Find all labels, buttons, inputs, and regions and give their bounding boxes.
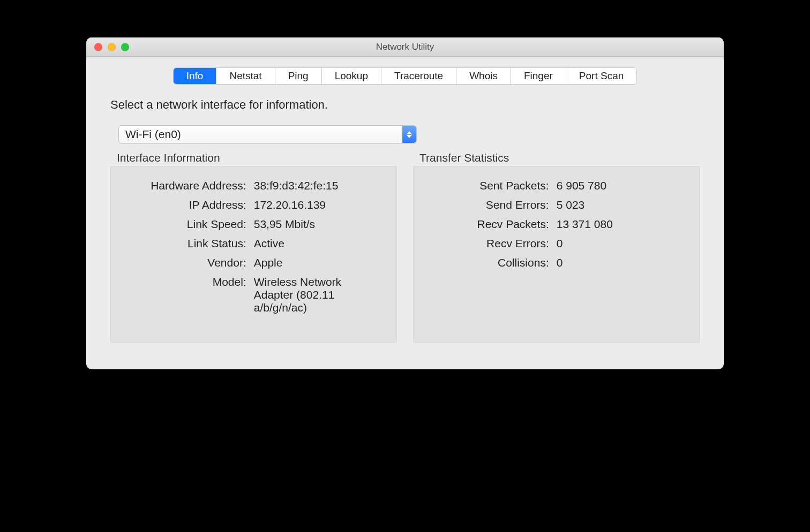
row-ip-address: IP Address: 172.20.16.139 (123, 195, 385, 215)
tab-ping[interactable]: Ping (275, 68, 322, 84)
value-send-errors: 5 023 (551, 195, 687, 215)
svg-marker-0 (407, 131, 412, 134)
minimize-icon[interactable] (108, 43, 116, 51)
row-recv-errors: Recv Errors: 0 (425, 234, 687, 253)
tabs-container: Info Netstat Ping Lookup Traceroute Whoi… (86, 57, 724, 98)
transfer-statistics-fieldset: Transfer Statistics Sent Packets: 6 905 … (413, 151, 700, 343)
tab-lookup[interactable]: Lookup (322, 68, 381, 84)
tab-whois[interactable]: Whois (456, 68, 511, 84)
interface-select[interactable]: Wi-Fi (en0) (118, 125, 417, 143)
tab-traceroute[interactable]: Traceroute (381, 68, 456, 84)
label-sent-packets: Sent Packets: (425, 176, 551, 195)
label-recv-errors: Recv Errors: (425, 234, 551, 253)
label-link-status: Link Status: (123, 234, 249, 253)
content: Select a network interface for informati… (86, 98, 724, 369)
row-link-status: Link Status: Active (123, 234, 385, 253)
prompt-text: Select a network interface for informati… (110, 98, 700, 112)
row-send-errors: Send Errors: 5 023 (425, 195, 687, 215)
zoom-icon[interactable] (121, 43, 129, 51)
interface-information-fieldset: Interface Information Hardware Address: … (110, 151, 397, 343)
value-recv-packets: 13 371 080 (551, 215, 687, 234)
row-link-speed: Link Speed: 53,95 Mbit/s (123, 215, 385, 234)
interface-select-value: Wi-Fi (en0) (119, 126, 402, 143)
row-vendor: Vendor: Apple (123, 253, 385, 272)
label-model: Model: (123, 272, 249, 317)
value-model: Wireless Network Adapter (802.11 a/b/g/n… (249, 272, 385, 317)
row-sent-packets: Sent Packets: 6 905 780 (425, 176, 687, 195)
svg-marker-1 (407, 135, 412, 138)
value-collisions: 0 (551, 253, 687, 272)
app-window: Network Utility Info Netstat Ping Lookup… (86, 37, 724, 369)
tab-netstat[interactable]: Netstat (216, 68, 275, 84)
tab-finger[interactable]: Finger (511, 68, 566, 84)
row-recv-packets: Recv Packets: 13 371 080 (425, 215, 687, 234)
titlebar[interactable]: Network Utility (86, 37, 724, 57)
tabs: Info Netstat Ping Lookup Traceroute Whoi… (173, 67, 638, 85)
tab-info[interactable]: Info (174, 68, 217, 84)
label-vendor: Vendor: (123, 253, 249, 272)
transfer-statistics-legend: Transfer Statistics (413, 151, 700, 166)
value-recv-errors: 0 (551, 234, 687, 253)
value-vendor: Apple (249, 253, 385, 272)
value-hardware-address: 38:f9:d3:42:fe:15 (249, 176, 385, 195)
label-hardware-address: Hardware Address: (123, 176, 249, 195)
label-recv-packets: Recv Packets: (425, 215, 551, 234)
label-ip-address: IP Address: (123, 195, 249, 215)
row-hardware-address: Hardware Address: 38:f9:d3:42:fe:15 (123, 176, 385, 195)
transfer-statistics-panel: Sent Packets: 6 905 780 Send Errors: 5 0… (413, 166, 700, 343)
interface-information-panel: Hardware Address: 38:f9:d3:42:fe:15 IP A… (110, 166, 397, 343)
window-title: Network Utility (86, 42, 724, 52)
value-sent-packets: 6 905 780 (551, 176, 687, 195)
row-model: Model: Wireless Network Adapter (802.11 … (123, 272, 385, 317)
interface-information-legend: Interface Information (110, 151, 397, 166)
value-ip-address: 172.20.16.139 (249, 195, 385, 215)
label-link-speed: Link Speed: (123, 215, 249, 234)
window-controls (94, 43, 129, 51)
value-link-status: Active (249, 234, 385, 253)
close-icon[interactable] (94, 43, 102, 51)
label-collisions: Collisions: (425, 253, 551, 272)
value-link-speed: 53,95 Mbit/s (249, 215, 385, 234)
chevron-up-down-icon (402, 126, 416, 143)
tab-port-scan[interactable]: Port Scan (566, 68, 636, 84)
label-send-errors: Send Errors: (425, 195, 551, 215)
row-collisions: Collisions: 0 (425, 253, 687, 272)
